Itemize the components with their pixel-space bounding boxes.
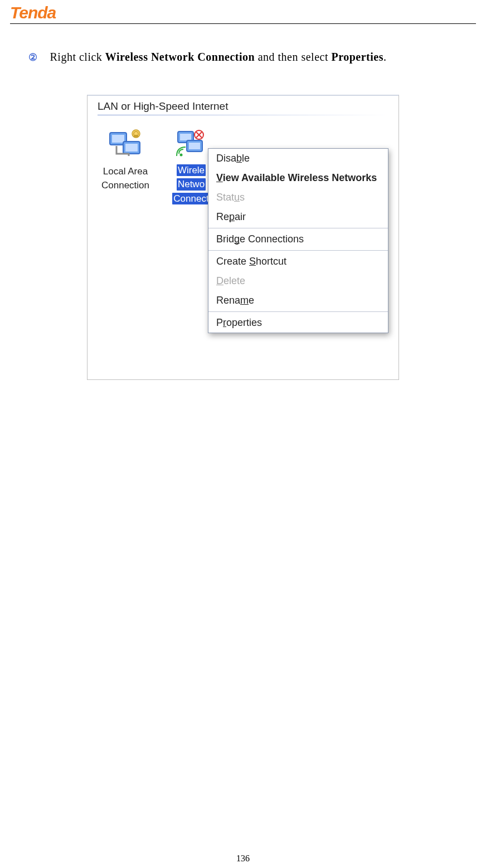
header-divider: [10, 23, 476, 24]
step-bold-2: Properties: [331, 51, 383, 63]
menu-item-create-shortcut[interactable]: Create Shortcut: [208, 252, 388, 271]
local-area-connection-label-2: Connection: [94, 179, 157, 191]
menu-item-rename[interactable]: Rename: [208, 291, 388, 310]
step-text-mid: and then select: [255, 51, 331, 63]
menu-separator-1: [208, 228, 388, 228]
group-header-label: LAN or High-Speed Internet: [98, 100, 388, 113]
page-header: Tenda: [0, 0, 486, 22]
wireless-connection-label-1: Wirele: [177, 164, 206, 176]
screenshot-container: LAN or High-Speed Internet Local Area Co…: [0, 95, 486, 380]
step-text-after: .: [383, 51, 387, 63]
svg-point-13: [180, 154, 183, 157]
menu-separator-2: [208, 250, 388, 251]
menu-item-repair[interactable]: Repair: [208, 207, 388, 227]
svg-rect-1: [112, 135, 124, 143]
menu-item-bridge[interactable]: Bridge Connections: [208, 230, 388, 249]
wireless-connection-label-2: Netwo: [177, 178, 206, 190]
svg-rect-9: [189, 143, 200, 149]
svg-rect-7: [180, 134, 191, 140]
local-area-connection-label-1: Local Area: [94, 165, 157, 177]
context-menu: Disable View Available Wireless Networks…: [208, 148, 388, 333]
wireless-adapter-icon: [176, 128, 207, 159]
step-bold-1: Wireless Network Connection: [105, 51, 255, 63]
menu-item-status: Status: [208, 188, 388, 207]
page-number: 136: [0, 854, 486, 864]
menu-item-view-available[interactable]: View Available Wireless Networks: [208, 168, 388, 188]
brand-logo: Tenda: [10, 3, 56, 22]
local-area-connection-icon-block[interactable]: Local Area Connection: [94, 128, 157, 192]
network-connections-window: LAN or High-Speed Internet Local Area Co…: [87, 95, 399, 380]
menu-item-properties[interactable]: Properties: [208, 313, 388, 333]
menu-separator-3: [208, 311, 388, 312]
svg-rect-3: [125, 144, 138, 152]
wireless-connection-label-3: Connect: [172, 193, 210, 204]
network-adapter-icon: [106, 128, 144, 160]
group-divider: [98, 115, 388, 115]
svg-rect-5: [134, 135, 138, 138]
instruction-step: ② Right click Wireless Network Connectio…: [19, 51, 467, 64]
menu-item-disable[interactable]: Disable: [208, 149, 388, 168]
step-number: ②: [19, 51, 47, 64]
step-text-before: Right click: [50, 51, 105, 63]
menu-item-delete: Delete: [208, 271, 388, 291]
